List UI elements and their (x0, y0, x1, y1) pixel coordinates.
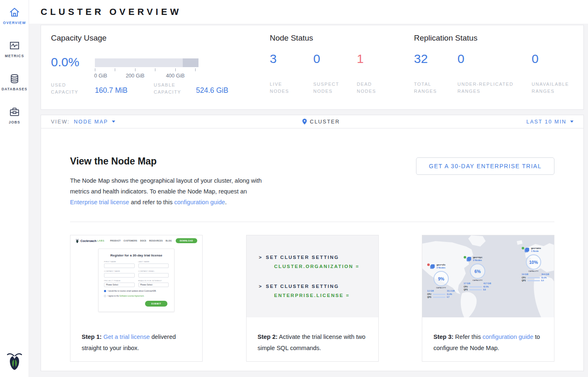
field-label: LAST NAME (138, 261, 169, 263)
minisite-logo-text: Cockroach (80, 239, 97, 243)
field-label: REASON FOR INTEREST (138, 280, 169, 282)
sidebar-item-jobs[interactable]: JOBS (0, 99, 29, 133)
configuration-guide-link[interactable]: configuration guide (174, 199, 225, 205)
under-replicated-ranges-label: UNDER-REPLICATED RANGES (457, 81, 526, 95)
email-updates-checkbox-row: I would like to receive email updates ab… (104, 290, 169, 292)
node-usable-capacity: 43.7 GiB (484, 283, 491, 285)
dead-nodes-value: 1 (357, 52, 364, 66)
node-usable-capacity: 36.6 GiB (542, 273, 549, 276)
map-node-nyc: geo=nyc 2 Nodes 6% CAPACITY 3.7 GiB43.7 … (464, 256, 505, 291)
node-count: 1 Node (531, 250, 541, 252)
node-usable-capacity: 33.1 GiB (447, 290, 455, 292)
sidebar-item-metrics[interactable]: METRICS (0, 33, 29, 66)
qps-bar (433, 297, 445, 298)
checkbox-icon (104, 295, 106, 297)
view-bar: VIEW: NODE MAP CLUSTER LAST 10 MIN (41, 115, 584, 128)
time-range-value: LAST 10 MIN (526, 119, 566, 125)
minisite-download-button: DOWNLOAD (176, 238, 197, 243)
location-pin-icon (302, 118, 307, 125)
view-selector-dropdown[interactable]: VIEW: NODE MAP (51, 119, 115, 125)
configuration-guide-link[interactable]: configuration guide (482, 334, 533, 340)
node-status-dot (522, 247, 524, 249)
cockroach-icon (75, 239, 79, 243)
database-icon (9, 73, 20, 85)
node-count: 2 Nodes (473, 259, 482, 261)
minisite-logo-suffix: LABS (97, 239, 104, 242)
map-node-ams: geo=ams 1 Node 10% CAPACITY 3.6 GiB36.6 … (522, 247, 553, 282)
unavailable-ranges-value: 0 (532, 52, 539, 66)
checkbox-label: I would like to receive email updates ab… (108, 290, 156, 292)
step1-screenshot: Cockroach LABS PRODUCT CUSTOMERS DOCS RE… (70, 235, 202, 317)
node-locality: geo=nyc (473, 256, 482, 259)
minisite-nav-item: BLOG (166, 240, 172, 242)
field-input (138, 273, 169, 278)
step3-card: geo=sfo 2 Nodes 9% CAPACITY 3.2 GiB33.1 … (422, 235, 554, 362)
node-status-dot (427, 263, 430, 266)
capacity-gauge: 6% (470, 263, 485, 279)
step2-label: Step 2: (258, 334, 278, 340)
used-capacity-label: USED CAPACITY (51, 82, 87, 96)
sql-argument-line: CLUSTER.ORGANIZATION = (274, 264, 378, 269)
minisite-nav-item: DOCS (140, 240, 146, 242)
cockroach-labs-logo (6, 351, 23, 372)
node-used-capacity: 3.2 GiB (427, 290, 434, 292)
field-label: COMPANY NAME (104, 270, 135, 272)
step1-caption: Step 1: Get a trial license delivered st… (70, 317, 202, 353)
scope-label: CLUSTER (310, 119, 340, 125)
sql-command-line: >SET CLUSTER SETTING (259, 284, 378, 289)
description-text: The Node Map shows the geographical layo… (70, 177, 262, 195)
node-locality: geo=ams (531, 247, 541, 249)
minisite-form-fields: FIRST NAME LAST NAME COMPANY NAME COMPAN… (104, 261, 169, 287)
field-label: FIRST NAME (104, 261, 135, 263)
page-title: CLUSTER OVERVIEW (41, 7, 181, 17)
home-icon (9, 7, 20, 18)
total-ranges-label: TOTAL RANGES (414, 81, 447, 95)
minisite-header: Cockroach LABS PRODUCT CUSTOMERS DOCS RE… (70, 235, 202, 246)
suspect-nodes-label: SUSPECT NODES (313, 81, 346, 95)
step3-node-map-preview: geo=sfo 2 Nodes 9% CAPACITY 3.2 GiB33.1 … (422, 235, 554, 317)
sql-command-line: >SET CLUSTER SETTING (259, 255, 378, 260)
enterprise-trial-button[interactable]: GET A 30-DAY ENTERPRISE TRIAL (416, 157, 554, 175)
steps-row: Cockroach LABS PRODUCT CUSTOMERS DOCS RE… (70, 235, 554, 362)
cockroach-icon (6, 351, 23, 370)
minisite-nav-item: CUSTOMERS (123, 240, 137, 242)
time-range-dropdown[interactable]: LAST 10 MIN (526, 119, 573, 125)
page-header: CLUSTER OVERVIEW (29, 0, 588, 24)
suspect-nodes-value: 0 (313, 52, 320, 66)
node-cube-icon (525, 248, 529, 251)
chevron-down-icon (112, 121, 115, 123)
minisite-submit-button: SUBMIT (145, 301, 167, 307)
capacity-axis-labels: 0 GiB 200 GiB 400 GiB (95, 73, 198, 80)
description-text: and refer to this (129, 199, 174, 205)
capacity-usage-title: Capacity Usage (51, 34, 106, 43)
node-count: 2 Nodes (437, 266, 445, 269)
sql-argument-line: ENTERPRISE.LICENSE = (274, 293, 378, 298)
sidebar-item-databases[interactable]: DATABASES (0, 66, 29, 99)
qps-bar (469, 289, 482, 290)
usable-capacity-value: 524.6 GiB (196, 86, 228, 95)
field-input (104, 263, 135, 268)
dead-nodes-label: DEAD NODES (357, 81, 390, 95)
divider (70, 222, 554, 222)
axis-label: 0 GiB (94, 73, 107, 79)
minisite-logo: Cockroach LABS (75, 239, 104, 243)
node-map-description: The Node Map shows the geographical layo… (70, 175, 264, 208)
step3-caption: Step 3: Refer this configuration guide t… (422, 317, 554, 353)
capacity-bar-nonusable-segment (183, 58, 198, 67)
suspect-nodes-stat: 0 SUSPECT NODES (313, 25, 357, 109)
step2-card: >SET CLUSTER SETTING CLUSTER.ORGANIZATIO… (246, 235, 379, 362)
enterprise-trial-license-link[interactable]: Enterprise trial license (70, 199, 129, 205)
axis-label: 400 GiB (166, 73, 184, 79)
field-label: PROJECT PHASE (104, 280, 135, 282)
capacity-axis-ticks (95, 68, 198, 72)
under-replicated-ranges-stat: 0 UNDER-REPLICATED RANGES (457, 25, 531, 109)
used-capacity-value: 160.7 MiB (95, 86, 128, 95)
breadcrumb-cluster[interactable]: CLUSTER (115, 118, 526, 125)
live-nodes-label: LIVE NODES (270, 81, 303, 95)
chevron-down-icon (570, 121, 573, 123)
dead-nodes-stat: 1 DEAD NODES (357, 25, 400, 109)
sidebar-item-overview[interactable]: OVERVIEW (0, 0, 29, 33)
node-used-capacity: 3.6 GiB (522, 273, 528, 276)
software-license-link: Software License Agreement. (119, 295, 144, 297)
get-trial-license-link[interactable]: Get a trial license (103, 334, 150, 340)
